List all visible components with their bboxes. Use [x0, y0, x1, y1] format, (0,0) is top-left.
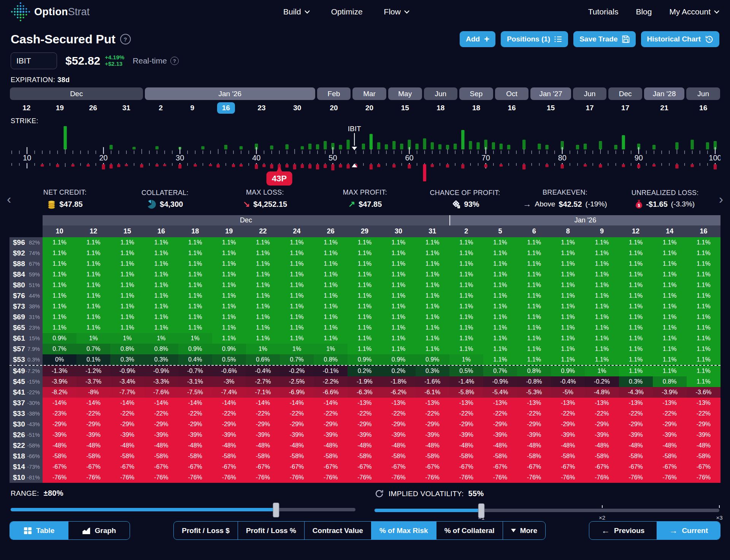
profit-loss--button[interactable]: Profit / Loss $: [174, 522, 238, 539]
expiration-date[interactable]: 18: [432, 102, 449, 114]
pl-cell: 1.1%: [416, 259, 449, 269]
expiration-date[interactable]: 20: [325, 102, 343, 114]
pl-cell: -48%: [43, 440, 76, 451]
expiration-date[interactable]: 2: [154, 102, 168, 114]
strike-row-label: $577.9%: [10, 344, 43, 354]
reset-iv-icon[interactable]: [375, 489, 384, 498]
month-pill-jun[interactable]: Jun: [686, 87, 720, 100]
slider-handle[interactable]: [478, 503, 485, 518]
expiration-date[interactable]: 16: [694, 102, 712, 114]
pl-cell: 1.1%: [212, 333, 246, 344]
nav-item-build[interactable]: Build: [283, 7, 310, 16]
expiration-date-selected[interactable]: 16: [217, 102, 235, 114]
brand-logo[interactable]: OptionStrat: [11, 2, 90, 22]
expiration-date[interactable]: 16: [503, 102, 521, 114]
strike-axis-label: 50: [328, 154, 337, 162]
pl-cell: 1.1%: [212, 259, 246, 269]
expiration-date[interactable]: 20: [360, 102, 378, 114]
expiration-date[interactable]: 30: [288, 102, 306, 114]
month-pill-jun[interactable]: Jun: [573, 87, 607, 100]
pl-cell: -7.4%: [212, 387, 246, 398]
expiration-day-row: 15: [388, 100, 422, 116]
call-volume-bar: [538, 144, 541, 149]
pl-cell: -76%: [348, 472, 381, 483]
call-volume-bar: [385, 144, 388, 149]
expiration-day-row: 18: [424, 100, 458, 116]
month-pill-jan26[interactable]: Jan '26: [145, 87, 315, 100]
expiration-date[interactable]: 19: [51, 102, 69, 114]
table-row: $22-58%-48%-48%-48%-48%-48%-48%-48%-48%-…: [10, 440, 720, 451]
pl-cell: 1.1%: [449, 301, 483, 312]
month-pill-dec[interactable]: Dec: [10, 87, 143, 100]
month-pill-sep[interactable]: Sep: [459, 87, 493, 100]
current-button[interactable]: →Current: [657, 522, 720, 539]
month-pill-oct[interactable]: Oct: [495, 87, 529, 100]
expiration-date[interactable]: 15: [542, 102, 560, 114]
pl-cell: 1.1%: [517, 259, 551, 269]
plus-icon: +: [484, 35, 489, 44]
strategy-help-icon[interactable]: ?: [120, 34, 131, 44]
iv-slider[interactable]: ×1×2×3: [375, 509, 719, 512]
contract-value-button[interactable]: Contract Value: [304, 522, 371, 539]
pl-cell: 1%: [144, 333, 178, 344]
more-button[interactable]: More: [503, 522, 545, 539]
expiration-date[interactable]: 21: [655, 102, 673, 114]
symbol-input[interactable]: IBIT: [11, 52, 57, 69]
graph-button[interactable]: Graph: [68, 522, 130, 539]
put-volume-bar: [408, 164, 411, 168]
nav-item-my-account[interactable]: My Account: [669, 7, 719, 16]
previous-button[interactable]: ←Previous: [589, 522, 657, 539]
month-pill-dec[interactable]: Dec: [608, 87, 642, 100]
expiration-date[interactable]: 12: [17, 102, 35, 114]
pl-cell: 1.1%: [619, 248, 653, 259]
nav-item-blog[interactable]: Blog: [636, 7, 652, 16]
pl-cell: -58%: [348, 451, 381, 462]
range-slider[interactable]: [11, 508, 355, 511]
-of-max-risk-button[interactable]: % of Max Risk: [371, 522, 436, 539]
month-pill-may[interactable]: May: [388, 87, 422, 100]
strike-selector-chart[interactable]: 102030405060708090100IBIT43P: [10, 125, 720, 188]
price-change-pct: +4.19%: [105, 54, 124, 61]
call-volume-bar: [492, 142, 495, 149]
month-pill-jan28[interactable]: Jan '28: [644, 87, 684, 100]
expiration-date[interactable]: 31: [117, 102, 135, 114]
expiration-date[interactable]: 18: [467, 102, 485, 114]
month-pill-jan27[interactable]: Jan '27: [530, 87, 571, 100]
stats-scroll-left-icon[interactable]: ‹: [3, 192, 15, 206]
pl-cell: -7.7%: [110, 387, 144, 398]
month-pill-mar[interactable]: Mar: [352, 87, 386, 100]
-of-collateral-button[interactable]: % of Collateral: [436, 522, 503, 539]
add-button[interactable]: Add+: [460, 31, 495, 47]
historical-chart-button[interactable]: Historical Chart: [641, 31, 719, 47]
pl-cell: 1.1%: [246, 280, 280, 290]
call-volume-bar: [324, 141, 327, 149]
expiration-date[interactable]: 23: [252, 102, 270, 114]
feed-help-icon[interactable]: ?: [170, 57, 179, 65]
strike-price: $33: [13, 409, 25, 418]
expiration-date[interactable]: 26: [84, 102, 102, 114]
slider-handle[interactable]: [273, 503, 279, 517]
nav-item-optimize[interactable]: Optimize: [331, 7, 363, 16]
pl-cell: 1.1%: [348, 259, 381, 269]
pl-cell: -76%: [314, 472, 348, 483]
expiration-date[interactable]: 15: [396, 102, 414, 114]
nav-item-tutorials[interactable]: Tutorials: [588, 7, 619, 16]
month-pill-jun[interactable]: Jun: [424, 87, 458, 100]
positions-1--button[interactable]: Positions (1): [501, 31, 568, 47]
month-pill-feb[interactable]: Feb: [317, 87, 351, 100]
expiration-date[interactable]: 9: [186, 102, 200, 114]
nav-item-flow[interactable]: Flow: [384, 7, 409, 16]
save-trade-button[interactable]: Save Trade: [573, 31, 635, 47]
stats-scroll-right-icon[interactable]: ›: [715, 192, 727, 206]
profit-loss--button[interactable]: Profit / Loss %: [238, 522, 304, 539]
expiration-month-group: Jun17: [573, 87, 607, 116]
table-row: $8867%1.1%1.1%1.1%1.1%1.1%1.1%1.1%1.1%1.…: [10, 259, 720, 269]
expiration-date[interactable]: 17: [616, 102, 634, 114]
stat-max-loss: MAX LOSS:↘$4,252.15: [215, 189, 315, 209]
pl-cell: 1.1%: [483, 354, 517, 365]
table-date-header: 9: [585, 225, 619, 237]
pl-cell: 1.1%: [382, 248, 416, 259]
pl-cell: -39%: [687, 430, 720, 440]
table-button[interactable]: Table: [10, 522, 68, 539]
expiration-date[interactable]: 17: [581, 102, 598, 114]
